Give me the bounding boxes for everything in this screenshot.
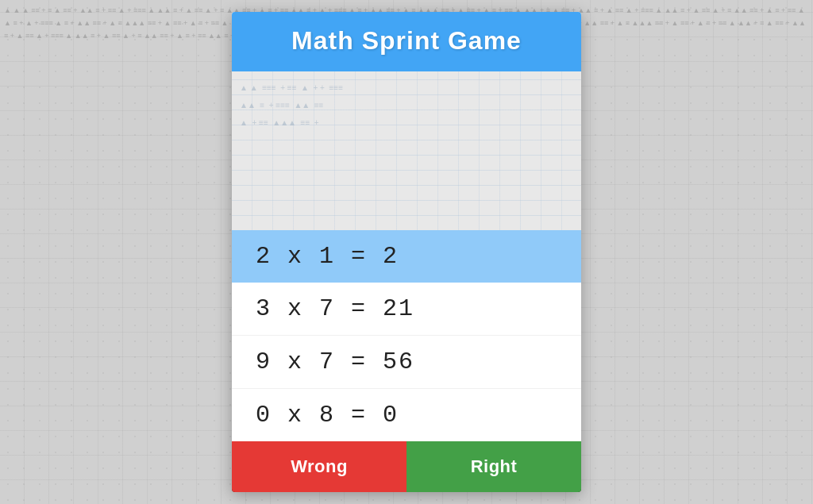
game-title: Math Sprint Game <box>248 26 565 56</box>
upcoming-equation-row-1: 3 x 7 = 21 <box>232 283 581 336</box>
upcoming-equation-3: 0 x 8 = 0 <box>256 402 399 429</box>
upcoming-equation-2: 9 x 7 = 56 <box>256 348 414 375</box>
current-equation: 2 x 1 = 2 <box>256 243 399 270</box>
past-equations-area <box>232 71 581 230</box>
upcoming-equation-row-3: 0 x 8 = 0 <box>232 389 581 441</box>
game-footer: Wrong Right <box>232 441 581 492</box>
upcoming-equation-1: 3 x 7 = 21 <box>256 295 414 322</box>
game-header: Math Sprint Game <box>232 12 581 71</box>
upcoming-equation-row-2: 9 x 7 = 56 <box>232 336 581 389</box>
game-card: Math Sprint Game 2 x 1 = 2 3 x 7 = 21 9 … <box>232 12 581 492</box>
right-button[interactable]: Right <box>406 441 581 492</box>
upcoming-equations-area: 3 x 7 = 21 9 x 7 = 56 0 x 8 = 0 <box>232 283 581 441</box>
wrong-button[interactable]: Wrong <box>232 441 406 492</box>
current-equation-row: 2 x 1 = 2 <box>232 230 581 283</box>
